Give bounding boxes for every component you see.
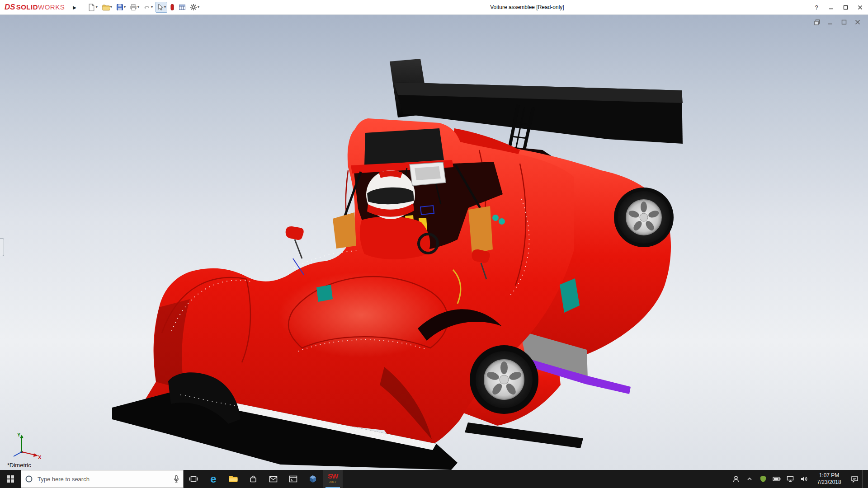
ds-logo-mark: DS bbox=[5, 3, 15, 12]
new-document-icon bbox=[88, 4, 95, 11]
solidworks-app-button[interactable]: SW 2017 bbox=[323, 470, 343, 488]
print-button[interactable]: ▾ bbox=[128, 2, 141, 13]
network-icon[interactable] bbox=[784, 470, 796, 488]
solidworks-2017-icon: SW 2017 bbox=[325, 472, 340, 486]
rear-view-mirror bbox=[410, 162, 446, 186]
maximize-icon bbox=[843, 5, 848, 10]
model-3d-view[interactable] bbox=[0, 14, 868, 470]
titlebar: DS SOLID WORKS ▶ ▾ ▾ ▾ bbox=[0, 0, 868, 15]
clock-date: 7/23/2018 bbox=[811, 479, 847, 486]
console-window-icon bbox=[289, 475, 297, 483]
select-cursor-icon bbox=[157, 4, 164, 11]
clock[interactable]: 1:07 PM 7/23/2018 bbox=[811, 472, 847, 486]
front-right-wheel[interactable] bbox=[470, 345, 538, 414]
edge-browser-button[interactable]: e bbox=[203, 470, 223, 488]
windows-logo-icon bbox=[7, 475, 14, 483]
edge-icon: e bbox=[210, 474, 216, 484]
design-table-icon bbox=[179, 4, 186, 11]
select-tool-button[interactable]: ▾ bbox=[156, 2, 167, 13]
window-controls: ? bbox=[809, 0, 867, 14]
console-app-button[interactable] bbox=[283, 470, 303, 488]
start-button[interactable] bbox=[0, 470, 21, 488]
quick-toolbar: ▾ ▾ ▾ ▾ ▾ bbox=[86, 2, 201, 13]
undo-arrow-icon bbox=[143, 4, 151, 11]
options-button[interactable]: ▾ bbox=[189, 2, 201, 13]
taskbar-search[interactable] bbox=[21, 470, 184, 488]
people-icon[interactable] bbox=[730, 470, 742, 488]
file-explorer-button[interactable] bbox=[223, 470, 243, 488]
options-gear-icon bbox=[190, 4, 197, 11]
feature-panel-tab[interactable] bbox=[0, 238, 4, 256]
windows-taskbar: e SW 20 bbox=[0, 470, 868, 488]
minimize-icon bbox=[829, 5, 834, 10]
graphics-viewport[interactable]: Y X *Dimetric bbox=[0, 14, 868, 470]
rebuild-indicator-icon bbox=[170, 4, 175, 11]
save-floppy-icon bbox=[116, 4, 123, 11]
orange-panel-left bbox=[333, 212, 356, 249]
file-explorer-icon bbox=[228, 475, 238, 483]
clock-time: 1:07 PM bbox=[811, 472, 847, 479]
menu-expander-icon[interactable]: ▶ bbox=[73, 5, 76, 10]
close-icon bbox=[858, 5, 863, 10]
minimize-button[interactable] bbox=[824, 0, 838, 14]
tray-expand-chevron-icon[interactable] bbox=[744, 470, 755, 488]
printer-icon bbox=[130, 4, 137, 11]
microphone-icon[interactable] bbox=[173, 475, 179, 483]
maximize-button[interactable] bbox=[838, 0, 853, 14]
solidworks-logo: DS SOLID WORKS bbox=[5, 3, 65, 12]
defender-shield-icon[interactable] bbox=[757, 470, 769, 488]
task-view-button[interactable] bbox=[184, 470, 203, 488]
cortana-ring-icon bbox=[25, 475, 33, 483]
action-center-icon[interactable] bbox=[849, 470, 860, 488]
cad-viewer-button[interactable] bbox=[303, 470, 323, 488]
volume-icon[interactable] bbox=[798, 470, 810, 488]
task-view-icon bbox=[189, 475, 198, 483]
help-button[interactable]: ? bbox=[809, 0, 824, 14]
doc-close-button[interactable] bbox=[854, 18, 862, 26]
battery-icon[interactable] bbox=[771, 470, 783, 488]
cad-cube-icon bbox=[309, 475, 317, 483]
orange-panel-right bbox=[468, 206, 493, 254]
system-tray: 1:07 PM 7/23/2018 bbox=[730, 470, 868, 488]
store-bag-icon bbox=[249, 475, 257, 483]
document-window-controls bbox=[813, 18, 862, 26]
triad-y-label: Y bbox=[17, 432, 21, 437]
new-document-button[interactable]: ▾ bbox=[86, 2, 99, 13]
close-button[interactable] bbox=[853, 0, 867, 14]
open-folder-icon bbox=[102, 4, 110, 11]
rebuild-indicator-button[interactable] bbox=[169, 2, 176, 13]
reference-triad: Y X bbox=[6, 430, 42, 462]
view-orientation-label: *Dimetric bbox=[7, 462, 31, 469]
design-table-button[interactable] bbox=[177, 2, 187, 13]
undo-button[interactable]: ▾ bbox=[142, 2, 154, 13]
driver-helmet bbox=[366, 170, 415, 219]
rear-right-wheel[interactable] bbox=[614, 188, 674, 247]
show-desktop-button[interactable] bbox=[862, 470, 865, 488]
mail-button[interactable] bbox=[263, 470, 283, 488]
store-button[interactable] bbox=[243, 470, 263, 488]
mail-icon bbox=[269, 476, 278, 483]
search-input[interactable] bbox=[37, 475, 170, 483]
save-button[interactable]: ▾ bbox=[115, 2, 127, 13]
document-title: Voiture assemblee [Read-only] bbox=[490, 0, 564, 14]
float-window-button[interactable] bbox=[813, 18, 821, 26]
doc-restore-button[interactable] bbox=[840, 18, 848, 26]
triad-x-label: X bbox=[38, 455, 42, 460]
open-button[interactable]: ▾ bbox=[100, 2, 113, 13]
doc-minimize-button[interactable] bbox=[826, 18, 835, 26]
